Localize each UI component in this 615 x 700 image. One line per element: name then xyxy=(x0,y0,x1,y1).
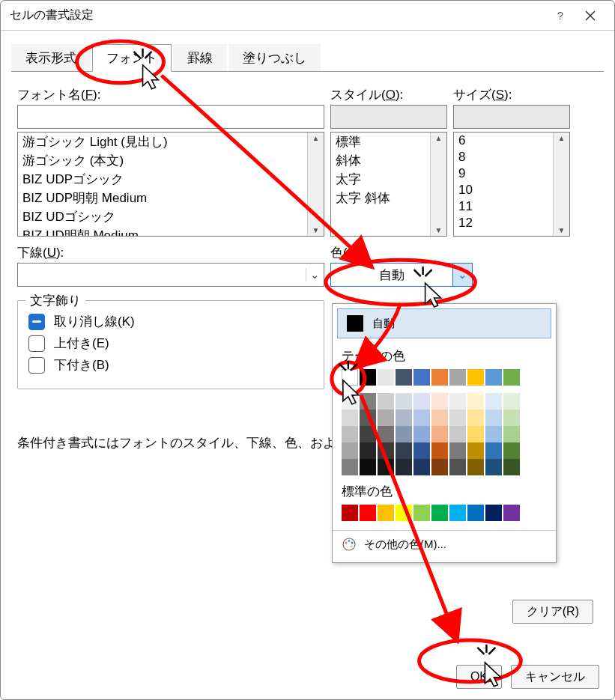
color-swatch[interactable] xyxy=(503,442,520,459)
color-swatch[interactable] xyxy=(378,442,394,459)
color-swatch[interactable] xyxy=(431,459,448,475)
color-swatch[interactable] xyxy=(449,442,466,459)
color-swatch[interactable] xyxy=(413,505,430,521)
tab-font[interactable]: フォント xyxy=(92,44,172,72)
color-swatch[interactable] xyxy=(413,369,430,386)
scrollbar[interactable]: ▲ ▼ xyxy=(307,133,324,236)
list-item[interactable]: 太字 斜体 xyxy=(331,189,446,207)
color-swatch[interactable] xyxy=(449,426,466,442)
color-swatch[interactable] xyxy=(360,426,376,442)
color-swatch[interactable] xyxy=(396,369,412,386)
scrollbar[interactable]: ▲ ▼ xyxy=(553,133,569,236)
color-swatch[interactable] xyxy=(449,410,466,426)
color-combo[interactable]: 自動 ⌄ xyxy=(330,263,473,287)
color-swatch[interactable] xyxy=(342,369,358,386)
list-item[interactable]: BIZ UDゴシック xyxy=(18,207,324,226)
color-swatch[interactable] xyxy=(431,393,448,410)
color-swatch[interactable] xyxy=(449,393,466,410)
color-swatch[interactable] xyxy=(413,393,430,410)
ok-button[interactable]: OK xyxy=(456,665,502,689)
color-swatch[interactable] xyxy=(413,410,430,426)
list-item[interactable]: 6 xyxy=(454,133,569,149)
color-swatch[interactable] xyxy=(431,369,448,386)
color-swatch[interactable] xyxy=(360,393,376,410)
color-swatch[interactable] xyxy=(485,505,502,521)
clear-button[interactable]: クリア(R) xyxy=(512,600,593,624)
more-colors-option[interactable]: その他の色(M)... xyxy=(333,530,556,558)
color-swatch[interactable] xyxy=(378,426,394,442)
color-swatch[interactable] xyxy=(360,442,376,459)
color-swatch[interactable] xyxy=(467,410,484,426)
color-swatch[interactable] xyxy=(485,393,502,410)
color-swatch[interactable] xyxy=(378,410,394,426)
tab-display-format[interactable]: 表示形式 xyxy=(11,44,91,72)
list-item[interactable]: 游ゴシック (本文) xyxy=(18,151,324,170)
color-swatch[interactable] xyxy=(467,505,484,521)
list-item[interactable]: BIZ UD明朝 Medium xyxy=(18,226,324,237)
superscript-checkbox[interactable] xyxy=(28,335,45,352)
help-button[interactable]: ? xyxy=(545,1,575,30)
color-swatch[interactable] xyxy=(413,442,430,459)
list-item[interactable]: 游ゴシック Light (見出し) xyxy=(18,133,324,151)
color-swatch[interactable] xyxy=(378,459,394,475)
color-swatch[interactable] xyxy=(413,426,430,442)
color-swatch[interactable] xyxy=(431,442,448,459)
color-swatch[interactable] xyxy=(503,369,520,386)
color-swatch[interactable] xyxy=(396,410,412,426)
color-swatch[interactable] xyxy=(485,410,502,426)
color-swatch[interactable] xyxy=(360,369,376,386)
color-swatch[interactable] xyxy=(431,505,448,521)
color-swatch[interactable] xyxy=(449,369,466,386)
color-swatch[interactable] xyxy=(342,505,358,521)
list-item[interactable]: 斜体 xyxy=(331,151,446,170)
color-swatch[interactable] xyxy=(485,369,502,386)
color-swatch[interactable] xyxy=(431,426,448,442)
color-swatch[interactable] xyxy=(396,426,412,442)
tab-border[interactable]: 罫線 xyxy=(173,44,227,72)
color-swatch[interactable] xyxy=(485,426,502,442)
subscript-checkbox[interactable] xyxy=(28,357,45,374)
style-list[interactable]: 標準斜体太字太字 斜体 ▲ ▼ xyxy=(330,132,447,237)
list-item[interactable]: BIZ UDP明朝 Medium xyxy=(18,189,324,207)
style-input[interactable] xyxy=(330,105,447,129)
list-item[interactable]: 太字 xyxy=(331,170,446,189)
font-name-list[interactable]: 游ゴシック Light (見出し)游ゴシック (本文)BIZ UDPゴシックBI… xyxy=(17,132,324,237)
close-button[interactable] xyxy=(575,1,605,30)
color-swatch[interactable] xyxy=(396,459,412,475)
color-swatch[interactable] xyxy=(378,393,394,410)
color-swatch[interactable] xyxy=(396,442,412,459)
color-swatch[interactable] xyxy=(396,393,412,410)
size-list[interactable]: 689101112 ▲ ▼ xyxy=(453,132,570,237)
color-swatch[interactable] xyxy=(360,410,376,426)
color-swatch[interactable] xyxy=(431,410,448,426)
list-item[interactable]: 12 xyxy=(454,215,569,231)
strike-checkbox[interactable] xyxy=(28,314,45,330)
list-item[interactable]: 10 xyxy=(454,182,569,198)
color-auto-option[interactable]: 自動 xyxy=(337,308,551,338)
font-name-input[interactable] xyxy=(17,105,324,129)
color-swatch[interactable] xyxy=(413,459,430,475)
color-swatch[interactable] xyxy=(485,442,502,459)
list-item[interactable]: 標準 xyxy=(331,133,446,151)
color-swatch[interactable] xyxy=(449,505,466,521)
color-swatch[interactable] xyxy=(360,505,376,521)
color-swatch[interactable] xyxy=(467,369,484,386)
list-item[interactable]: BIZ UDPゴシック xyxy=(18,170,324,189)
color-swatch[interactable] xyxy=(449,459,466,475)
color-swatch[interactable] xyxy=(503,393,520,410)
underline-combo[interactable]: ⌄ xyxy=(17,263,324,287)
color-swatch[interactable] xyxy=(342,459,358,475)
color-swatch[interactable] xyxy=(378,505,394,521)
tab-fill[interactable]: 塗りつぶし xyxy=(228,44,321,72)
color-swatch[interactable] xyxy=(342,442,358,459)
color-swatch[interactable] xyxy=(503,426,520,442)
color-swatch[interactable] xyxy=(342,410,358,426)
color-swatch[interactable] xyxy=(396,505,412,521)
color-swatch[interactable] xyxy=(503,410,520,426)
scrollbar[interactable]: ▲ ▼ xyxy=(430,133,446,236)
color-swatch[interactable] xyxy=(342,393,358,410)
list-item[interactable]: 11 xyxy=(454,198,569,215)
list-item[interactable]: 8 xyxy=(454,149,569,165)
size-input[interactable] xyxy=(453,105,570,129)
color-swatch[interactable] xyxy=(467,393,484,410)
